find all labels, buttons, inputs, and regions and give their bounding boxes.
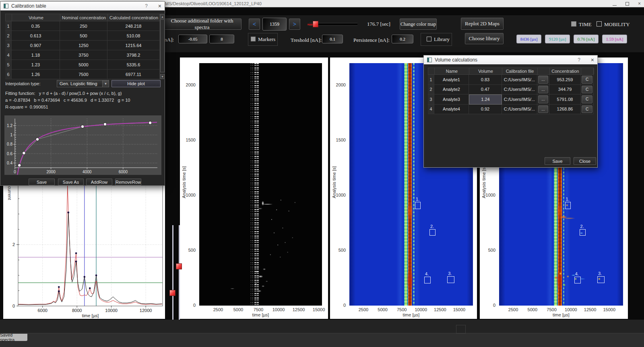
treshold-field[interactable]: 0.1 <box>322 35 343 43</box>
name-cell[interactable]: Analyte1 <box>434 75 469 85</box>
choose-library-button[interactable]: Choose library <box>465 33 504 44</box>
calculated-concentration-cell[interactable]: 248.218 <box>107 21 160 31</box>
volume-cell[interactable]: 0.83 <box>469 75 502 85</box>
calculated-concentration-cell[interactable]: 5335.6 <box>107 60 160 70</box>
column-header-concentration[interactable]: Concentration <box>550 68 581 74</box>
name-cell[interactable]: Analyte3 <box>434 94 469 105</box>
next-spectrum-button[interactable]: > <box>289 18 300 30</box>
calculate-button[interactable]: C <box>582 95 592 103</box>
browse-button[interactable]: ... <box>538 95 548 103</box>
column-header-volume[interactable]: Volume <box>12 14 60 21</box>
volume-cell[interactable]: 1.24 <box>469 94 502 105</box>
nominal-concentration-cell[interactable]: 250 <box>60 21 107 31</box>
persistence-field[interactable]: 0.2 <box>392 35 413 43</box>
nominal-concentration-cell[interactable]: 3750 <box>60 50 107 60</box>
column-header-name[interactable]: Name <box>435 68 469 74</box>
name-cell[interactable]: Analyte2 <box>434 85 469 95</box>
scrollbar-thumb[interactable] <box>160 19 165 72</box>
markers-checkbox[interactable] <box>251 37 256 41</box>
resize-handle[interactable] <box>456 325 466 334</box>
corner-header <box>428 68 435 74</box>
table-scrollbar[interactable]: ▲ ▼ <box>160 14 165 79</box>
hide-plot-button[interactable]: Hide plot <box>111 80 161 87</box>
scroll-up-icon[interactable]: ▲ <box>160 14 165 19</box>
volume-cell[interactable]: 0.613 <box>12 31 60 41</box>
volume-cell[interactable]: 1.18 <box>12 50 60 60</box>
browse-button[interactable]: ... <box>538 105 548 113</box>
mobility-checkbox[interactable] <box>597 21 602 27</box>
calculated-concentration-cell[interactable]: 6977.11 <box>107 70 160 79</box>
nominal-concentration-cell[interactable]: 5000 <box>60 60 107 70</box>
na-max-field[interactable]: 8 <box>209 35 234 43</box>
application-window: /IMS/Desktop/Oliveoil/LOO/190614_120122_… <box>0 0 644 347</box>
volume-cell[interactable]: 0.92 <box>469 105 502 115</box>
calibration-file-cell[interactable]: C:/Users/IMS/... <box>502 85 537 95</box>
volume-cell[interactable]: 1.26 <box>12 70 60 79</box>
row-number: 6 <box>5 70 12 79</box>
browse-button[interactable]: ... <box>538 86 548 94</box>
save-button[interactable]: Save <box>545 157 570 165</box>
browse-cell: ... <box>537 105 549 115</box>
nominal-concentration-cell[interactable]: 7500 <box>60 70 107 79</box>
calibration-file-cell[interactable]: C:/Users/IMS/... <box>502 94 537 105</box>
x-axis-label: time [µs] <box>349 312 473 317</box>
close-button[interactable]: Close <box>574 157 596 165</box>
choose-folder-button[interactable]: Choose additional folder with spectra <box>163 18 242 30</box>
intensity-slider-handle-left[interactable] <box>169 290 175 296</box>
calculated-concentration-cell[interactable]: 510.08 <box>107 31 160 41</box>
volume-cell[interactable]: 0.47 <box>469 85 502 95</box>
change-color-map-button[interactable]: Change color map <box>400 18 437 30</box>
time-checkbox[interactable] <box>571 21 576 27</box>
restore-icon[interactable] <box>625 2 629 6</box>
calculated-concentration-cell[interactable]: 1215.64 <box>107 41 160 50</box>
column-header-nominal[interactable]: Nominal concentration <box>60 14 108 21</box>
calibration-file-cell[interactable]: C:/Users/IMS/... <box>502 75 537 85</box>
save-button[interactable]: Save <box>29 179 55 185</box>
volume-cell[interactable]: 0.35 <box>12 21 60 31</box>
browse-button[interactable]: ... <box>538 76 548 84</box>
intensity-slider-track-left[interactable] <box>172 225 173 320</box>
window-title: /IMS/Desktop/Oliveoil/LOO/190614_120122_… <box>163 1 262 6</box>
calculated-concentration-cell[interactable]: 3798.2 <box>107 50 160 60</box>
close-icon[interactable]: × <box>591 57 594 63</box>
close-icon[interactable]: × <box>158 3 161 9</box>
remove-row-button[interactable]: RemoveRow <box>115 179 141 185</box>
nominal-concentration-cell[interactable]: 1250 <box>60 41 107 50</box>
intensity-slider-handle-right[interactable] <box>176 263 182 269</box>
calibration-file-cell[interactable]: C:/Users/IMS/... <box>502 105 537 115</box>
spectrum-plot[interactable]: 02600080001000012000time [µs] <box>3 183 165 319</box>
na-min-field[interactable]: -0.05 <box>178 35 207 43</box>
dialog-titlebar[interactable]: Calibration table ? × <box>0 2 165 10</box>
calculate-button[interactable]: C <box>582 105 592 113</box>
column-header-calculated[interactable]: Calculated concentration <box>108 14 160 21</box>
save-as-button[interactable]: Save As <box>58 179 84 185</box>
close-icon[interactable]: × <box>638 0 641 7</box>
dialog-titlebar[interactable]: Volume calculations ? × <box>424 55 597 64</box>
minimize-icon[interactable] <box>613 5 617 6</box>
replot-2d-maps-button[interactable]: Replot 2D Maps <box>461 18 504 30</box>
volume-cell[interactable]: 1.23 <box>12 60 60 70</box>
add-row-button[interactable]: AddRow <box>86 179 112 185</box>
calculate-button[interactable]: C <box>582 86 592 94</box>
chevron-down-icon[interactable]: ▼ <box>102 80 109 87</box>
column-header-calibration-file[interactable]: Calibration file <box>502 68 538 74</box>
calibration-plot[interactable]: 0.40.60.811.20200040006000 <box>4 115 161 175</box>
help-icon[interactable]: ? <box>578 57 580 63</box>
heatmap-grayscale[interactable] <box>199 63 322 306</box>
column-header-browse <box>538 68 550 74</box>
column-header-volume[interactable]: Volume <box>469 68 502 74</box>
help-icon[interactable]: ? <box>145 3 148 9</box>
calculate-button[interactable]: C <box>582 76 592 84</box>
svg-text:10000: 10000 <box>105 308 118 313</box>
library-checkbox[interactable] <box>427 37 431 41</box>
scroll-down-icon[interactable]: ▼ <box>160 74 165 79</box>
spectrum-slider-handle[interactable] <box>313 21 318 27</box>
volume-cell[interactable]: 0.907 <box>12 41 60 50</box>
spectrum-index-field[interactable]: 1359 <box>262 18 287 31</box>
x-axis-ticks: 250050007500100001250015000 <box>199 306 322 312</box>
previous-spectrum-button[interactable]: < <box>249 18 260 30</box>
name-cell[interactable]: Analyte4 <box>434 105 469 115</box>
nominal-concentration-cell[interactable]: 500 <box>60 31 107 41</box>
interpolation-type-select[interactable]: Gen. Logistic fitting ▼ <box>57 80 109 87</box>
intensity-slider-track-right[interactable] <box>179 225 180 320</box>
